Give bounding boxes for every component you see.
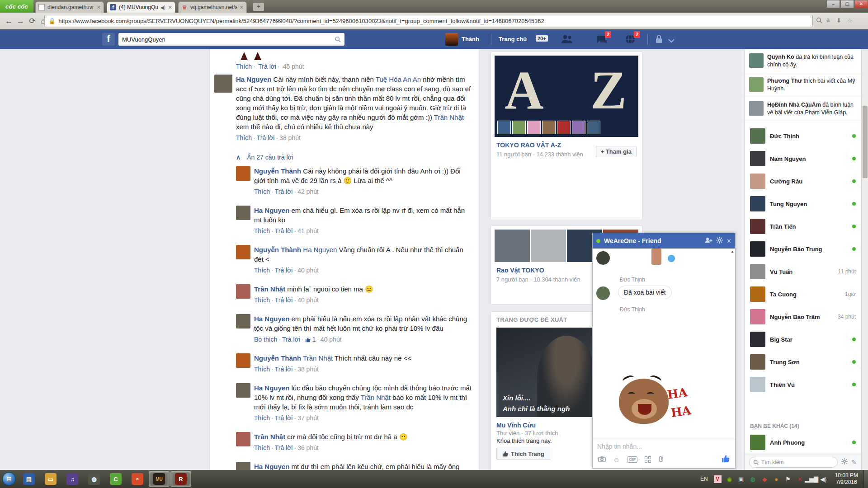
reply-link[interactable]: Trả lời (275, 267, 293, 274)
reply-link[interactable]: Trả lời (275, 296, 293, 304)
avatar[interactable] (236, 284, 250, 299)
browser-scrollbar[interactable] (861, 49, 868, 470)
search-icon[interactable] (335, 36, 341, 42)
folder-icon[interactable]: ▭ (40, 471, 61, 487)
like-link[interactable]: Thích (236, 63, 252, 70)
avatar[interactable] (236, 245, 250, 259)
chat-settings-gear-icon[interactable] (841, 458, 848, 466)
join-group-button[interactable]: + Tham gia (596, 146, 637, 157)
mention-link[interactable]: Ha Nguyen (303, 246, 337, 253)
browser-ball-icon[interactable]: ◓ (127, 471, 148, 487)
avatar[interactable] (236, 383, 250, 398)
new-tab-button[interactable]: + (253, 3, 264, 11)
like-link[interactable]: Bỏ thích (254, 336, 277, 343)
like-link[interactable]: Thích (254, 188, 270, 195)
group-cover-photo[interactable]: A Z (495, 56, 638, 137)
browser-tab[interactable]: f(4) MUVuongQuyen◀)✕ (107, 1, 175, 13)
reply-link[interactable]: Trả lời (275, 188, 293, 195)
like-link[interactable]: Thích (254, 267, 270, 274)
ticker-item[interactable]: Quỳnh Kò đã trả lời bình luận của chính … (745, 49, 861, 73)
like-link[interactable]: Thích (254, 227, 270, 235)
chat-scrollbar[interactable]: ▲ (731, 249, 734, 438)
ticker-actor-link[interactable]: Phương Thư (767, 78, 802, 84)
attach-paperclip-icon[interactable] (658, 455, 664, 464)
keyboard-language[interactable]: EN (698, 476, 710, 482)
friend-requests-icon[interactable] (561, 34, 573, 45)
new-message-pencil-icon[interactable]: ✎ (851, 459, 857, 466)
comment-author-link[interactable]: Nguyễn Thành (254, 246, 301, 253)
volume-icon[interactable]: ◀) (820, 475, 827, 483)
avatar[interactable] (236, 353, 250, 368)
contact-search-input[interactable]: Tìm kiếm (749, 457, 838, 468)
zoom-page-icon[interactable] (816, 17, 822, 25)
notifications-icon[interactable]: 2 (625, 34, 637, 45)
reply-link[interactable]: Trả lời (275, 444, 293, 451)
reply-link[interactable]: Trả lời (275, 366, 293, 373)
chevron-down-icon[interactable] (668, 37, 681, 47)
scrollbar-thumb[interactable] (863, 106, 868, 178)
comment-author-link[interactable]: Ha Nguyen (254, 463, 289, 470)
contact-row[interactable]: Trần Tiến (745, 215, 861, 238)
profile-name-link[interactable]: Thành (462, 36, 479, 42)
minimize-button[interactable]: – (826, 0, 840, 8)
mu-game-icon[interactable]: MU (149, 471, 170, 487)
ticker-item[interactable]: HọĐình Nhà CậuẤm đã bình luận về bài viế… (745, 97, 861, 121)
contact-row[interactable]: Ta Cuong1giờ (745, 283, 861, 305)
contact-row[interactable]: Thiên Vũ (745, 373, 861, 396)
comment-author-link[interactable]: Ha Nguyen (254, 315, 289, 323)
privacy-lock-icon[interactable] (655, 34, 667, 45)
settings-app-icon[interactable]: ◍ (84, 471, 104, 487)
emoji-smiley-icon[interactable]: ☺ (613, 456, 620, 464)
avatar[interactable] (236, 206, 250, 220)
avatar[interactable] (236, 432, 250, 446)
comment-author-link[interactable]: Nguyễn Thành (254, 167, 301, 175)
address-bar[interactable]: 🔒 https://www.facebook.com/groups/SERVER… (44, 15, 813, 27)
browser-tab[interactable]: ♛vq.gamethuvn.net/accoun...✕ (178, 1, 247, 13)
contact-row[interactable]: Anh Phuong (745, 431, 861, 454)
comment-author-link[interactable]: Ha Nguyen (254, 384, 289, 392)
download-icon[interactable]: ⬇ (836, 17, 841, 24)
nvidia-icon[interactable]: ◉ (726, 475, 733, 483)
comment-author-link[interactable]: Trần Nhật (254, 285, 285, 293)
ticker-actor-link[interactable]: Quỳnh Kò (767, 54, 794, 60)
reply-link[interactable]: Trả lời (282, 336, 300, 343)
avatar[interactable] (214, 75, 232, 93)
reply-link[interactable]: Trả lời (258, 63, 276, 70)
reply-link[interactable]: Trả lời (275, 227, 293, 235)
mention-link[interactable]: Trần Nhật (303, 354, 333, 362)
chat-header[interactable]: WeAreOne - Friend ✕ (593, 233, 735, 249)
ticker-actor-link[interactable]: HọĐình Nhà CậuẤm (767, 102, 821, 108)
home-link[interactable]: Trang chủ (499, 36, 527, 42)
network-error-icon[interactable]: ✕ (796, 475, 804, 483)
like-link[interactable]: Thích (254, 444, 270, 451)
send-like-thumb-icon[interactable] (722, 455, 730, 465)
show-desktop-button[interactable] (863, 470, 868, 488)
avatar[interactable] (236, 166, 250, 181)
browser-tab[interactable]: diendan.gamethuvn.net/th...✕ (35, 1, 104, 13)
bookmark-star-icon[interactable]: ☆ (847, 17, 853, 24)
comment-author-link[interactable]: Ha Nguyen (254, 206, 289, 214)
scroll-up-arrow-icon[interactable]: ▲ (731, 249, 734, 253)
reply-link[interactable]: Trả lời (275, 414, 293, 422)
tab-close-icon[interactable]: ✕ (168, 5, 172, 10)
reload-icon[interactable]: ⟳ (26, 15, 38, 27)
hide-replies-link[interactable]: ∧Ẩn 27 câu trả lời (236, 154, 472, 161)
ccleaner-icon[interactable]: ◆ (761, 475, 769, 483)
tab-close-icon[interactable]: ✕ (97, 5, 101, 10)
idm-icon[interactable]: ◍ (749, 475, 757, 483)
contact-row[interactable]: Nam Nguyen (745, 147, 861, 170)
facebook-search-input[interactable]: MUVuongQuyen (118, 33, 344, 46)
like-link[interactable]: Thích (254, 366, 270, 373)
gif-icon[interactable]: GIF (627, 456, 637, 463)
coccoc-logo[interactable]: cốc cốc (0, 0, 33, 13)
forward-icon[interactable]: → (14, 15, 27, 27)
flag-icon[interactable]: ⚑ (784, 475, 792, 483)
comment-author-link[interactable]: Ha Nguyen (236, 75, 271, 83)
signal-icon[interactable]: ▂▅▇ (808, 475, 816, 483)
messages-icon[interactable]: 2 (596, 34, 609, 45)
contact-row[interactable]: Cường Râu (745, 170, 861, 192)
add-person-icon[interactable] (705, 237, 712, 244)
start-button[interactable]: ⊞ (0, 470, 18, 488)
gear-icon[interactable] (716, 237, 723, 245)
comment-author-link[interactable]: Trần Nhật (254, 433, 285, 441)
